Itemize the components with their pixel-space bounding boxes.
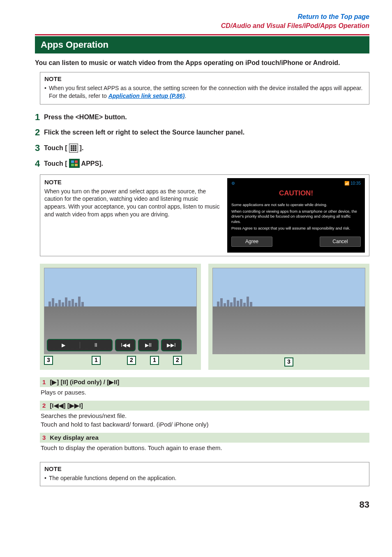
def-head-1: 1 [▶] [II] (iPod only) / [▶II] <box>40 377 369 387</box>
def-num: 3 <box>42 434 46 442</box>
figure-row: ▶ II I◀◀ ▶II ▶▶I 3 1 2 <box>40 264 369 370</box>
steps-list: 1 Press the <HOME> button. 2 Flick the s… <box>35 111 369 170</box>
step-text-pre: Touch [ <box>44 144 67 153</box>
note1-body-post: . <box>184 93 186 99</box>
step-num: 4 <box>35 158 44 170</box>
agree-button[interactable]: Agree <box>231 237 272 246</box>
def-body: Searches the previous/next file. Touch a… <box>40 412 369 433</box>
note3-body: The operable functions depend on the app… <box>49 474 177 482</box>
def-body: Plays or pauses. <box>40 388 369 401</box>
caution-line: Some applications are not safe to operat… <box>231 202 361 207</box>
def-num: 2 <box>42 402 46 410</box>
prev-button[interactable]: I◀◀ <box>115 339 136 351</box>
return-top-link[interactable]: Return to the Top page <box>297 13 369 20</box>
status-left-icon: ⚙ <box>231 181 235 186</box>
def-num: 1 <box>42 378 46 386</box>
play-icon: ▶ <box>48 342 80 348</box>
callout: 1 <box>92 356 101 365</box>
step-text-post: ]. <box>80 144 84 153</box>
callout: 3 <box>284 357 293 367</box>
note-box-1: NOTE When you first select APPS as a sou… <box>40 72 369 104</box>
page-title: Apps Operation <box>35 36 369 53</box>
step-1: 1 Press the <HOME> button. <box>35 111 369 123</box>
note-box-2: NOTE When you turn on the power and sele… <box>40 174 369 256</box>
note2-body: When you turn on the power and select ap… <box>44 188 221 219</box>
note-heading: NOTE <box>44 465 365 473</box>
callout: 2 <box>173 356 182 365</box>
intro-text: You can listen to music or watch video f… <box>35 58 369 67</box>
step-num: 1 <box>35 111 44 123</box>
step-num: 2 <box>35 126 44 139</box>
def-body: Touch to display the operation buttons. … <box>40 444 369 456</box>
step-text: Flick the screen left or right to select… <box>44 128 244 137</box>
step-num: 3 <box>35 142 44 154</box>
breadcrumb: Return to the Top page CD/Audio and Visu… <box>35 12 369 30</box>
page-number: 83 <box>35 499 369 511</box>
pause-icon: II <box>80 342 112 348</box>
step-text: Press the <HOME> button. <box>44 113 127 122</box>
status-time: 📶 10:35 <box>344 181 361 186</box>
section-path: CD/Audio and Visual Files/iPod/Apps Oper… <box>221 22 369 29</box>
figure-right: 3 <box>208 264 369 370</box>
step-4: 4 Touch [ APPS]. <box>35 158 369 170</box>
def-head-2: 2 [I◀◀] [▶▶I] <box>40 401 369 411</box>
caution-title: CAUTION! <box>231 187 361 202</box>
note-heading: NOTE <box>44 178 221 186</box>
header-rule <box>35 34 369 35</box>
step-text-pre: Touch [ <box>44 159 67 168</box>
play-pause-button[interactable]: ▶II <box>138 339 159 351</box>
note-box-3: NOTE The operable functions depend on th… <box>40 462 369 486</box>
grid-icon <box>69 144 78 153</box>
cancel-button[interactable]: Cancel <box>320 237 361 246</box>
callout: 1 <box>150 356 159 365</box>
caution-screenshot: ⚙ 📶 10:35 CAUTION! Some applications are… <box>227 178 365 252</box>
def-label: [▶] [II] (iPod only) / [▶II] <box>50 378 119 386</box>
callout: 3 <box>44 356 53 365</box>
app-link-setup-link[interactable]: Application link setup (P.86) <box>108 93 185 99</box>
step-text-post: APPS]. <box>81 159 103 168</box>
next-button[interactable]: ▶▶I <box>161 339 182 351</box>
def-head-3: 3 Key display area <box>40 433 369 443</box>
step-2: 2 Flick the screen left or right to sele… <box>35 126 369 139</box>
caution-line: Press Agree to accept that you will assu… <box>231 226 361 231</box>
step-3: 3 Touch [ ]. <box>35 142 369 154</box>
note1-body-pre: When you first select APPS as a source, … <box>49 85 362 99</box>
play-pause-split-button[interactable]: ▶ II <box>47 339 113 351</box>
callout: 2 <box>127 356 136 365</box>
def-label: Key display area <box>50 434 98 442</box>
definitions: 1 [▶] [II] (iPod only) / [▶II] Plays or … <box>40 377 369 457</box>
figure-left: ▶ II I◀◀ ▶II ▶▶I 3 1 2 <box>40 264 201 370</box>
note-heading: NOTE <box>44 75 365 83</box>
def-label: [I◀◀] [▶▶I] <box>50 402 83 410</box>
caution-line: When controlling or viewing apps from a … <box>231 209 361 224</box>
apps-icon <box>69 159 80 168</box>
